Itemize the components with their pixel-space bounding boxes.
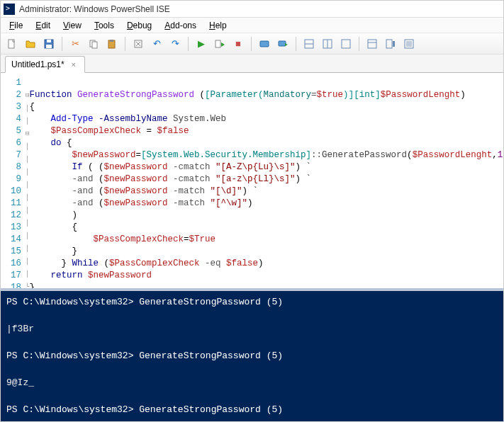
menu-tools[interactable]: Tools: [89, 19, 120, 32]
code-content[interactable]: Function GenerateStrongPassword ([Parame…: [29, 73, 503, 288]
console-line: PS C:\Windows\system32> GenerateStrongPa…: [6, 350, 283, 361]
svg-rect-24: [406, 41, 412, 47]
toolbar-sep-2: [125, 37, 125, 51]
toolbar-sep-6: [359, 37, 359, 51]
svg-rect-12: [279, 41, 286, 46]
console-line: PS C:\Windows\system32> GenerateStrongPa…: [6, 297, 283, 307]
toolbar-sep-1: [62, 37, 62, 51]
svg-rect-2: [47, 40, 51, 42]
svg-rect-19: [368, 40, 376, 48]
svg-marker-10: [221, 42, 225, 47]
menu-view[interactable]: View: [57, 19, 87, 32]
toolbar-sep-4: [251, 37, 252, 51]
start-remote-icon[interactable]: [276, 37, 290, 51]
svg-rect-21: [386, 40, 392, 48]
menu-bar: File Edit View Tools Debug Add-ons Help: [1, 18, 503, 33]
svg-rect-9: [215, 40, 220, 47]
console-line: |f3Br: [6, 324, 34, 334]
new-icon[interactable]: [5, 37, 19, 51]
undo-icon[interactable]: ↶: [150, 37, 164, 51]
cut-icon[interactable]: ✂: [68, 37, 82, 51]
script-pane[interactable]: 1234567891011121314151617181920 ⊟││⊟││││…: [1, 73, 503, 288]
svg-rect-22: [393, 41, 395, 47]
stop-icon[interactable]: ■: [231, 37, 245, 51]
menu-addons[interactable]: Add-ons: [159, 19, 202, 32]
powershell-icon: [4, 4, 15, 15]
svg-marker-13: [285, 43, 288, 46]
toolbar-sep-3: [188, 37, 189, 51]
show-command-addon-icon[interactable]: [383, 37, 398, 51]
layout-1-icon[interactable]: [302, 37, 316, 51]
tab-bar: Untitled1.ps1* ×: [1, 55, 503, 73]
menu-edit[interactable]: Edit: [30, 19, 56, 32]
copy-icon[interactable]: [86, 37, 101, 51]
menu-help[interactable]: Help: [203, 19, 233, 32]
menu-file[interactable]: File: [4, 19, 28, 32]
svg-rect-5: [92, 42, 97, 48]
console-line: 9@Iz_: [6, 377, 34, 388]
redo-icon[interactable]: ↷: [168, 37, 182, 51]
svg-rect-7: [110, 40, 113, 42]
tab-untitled1[interactable]: Untitled1.ps1* ×: [5, 56, 85, 73]
toolbar-sep-5: [296, 37, 296, 51]
addon-tools-icon[interactable]: [402, 37, 416, 51]
new-remote-icon[interactable]: [257, 37, 271, 51]
console-line: PS C:\Windows\system32> GenerateStrongPa…: [6, 404, 283, 415]
layout-2-icon[interactable]: [320, 37, 335, 51]
menu-debug[interactable]: Debug: [121, 19, 157, 32]
svg-rect-18: [342, 40, 350, 48]
toolbar: ✂ ↶ ↷ ▶ ■: [1, 33, 503, 55]
layout-3-icon[interactable]: [339, 37, 353, 51]
paste-icon[interactable]: [105, 37, 119, 51]
svg-rect-0: [9, 40, 14, 48]
line-number-gutter: 1234567891011121314151617181920: [1, 73, 26, 288]
console-pane[interactable]: PS C:\Windows\system32> GenerateStrongPa…: [1, 288, 503, 421]
svg-rect-11: [260, 41, 269, 47]
run-icon[interactable]: ▶: [194, 37, 208, 51]
svg-rect-3: [46, 45, 52, 48]
save-icon[interactable]: [42, 37, 56, 51]
clear-icon[interactable]: [131, 37, 145, 51]
title-bar: Administrator: Windows PowerShell ISE: [1, 1, 503, 18]
run-selection-icon[interactable]: [213, 37, 227, 51]
open-icon[interactable]: [23, 37, 38, 51]
window-title: Administrator: Windows PowerShell ISE: [19, 4, 170, 14]
tab-label: Untitled1.ps1*: [11, 59, 65, 69]
close-icon[interactable]: ×: [69, 59, 79, 69]
show-command-icon[interactable]: [365, 37, 379, 51]
